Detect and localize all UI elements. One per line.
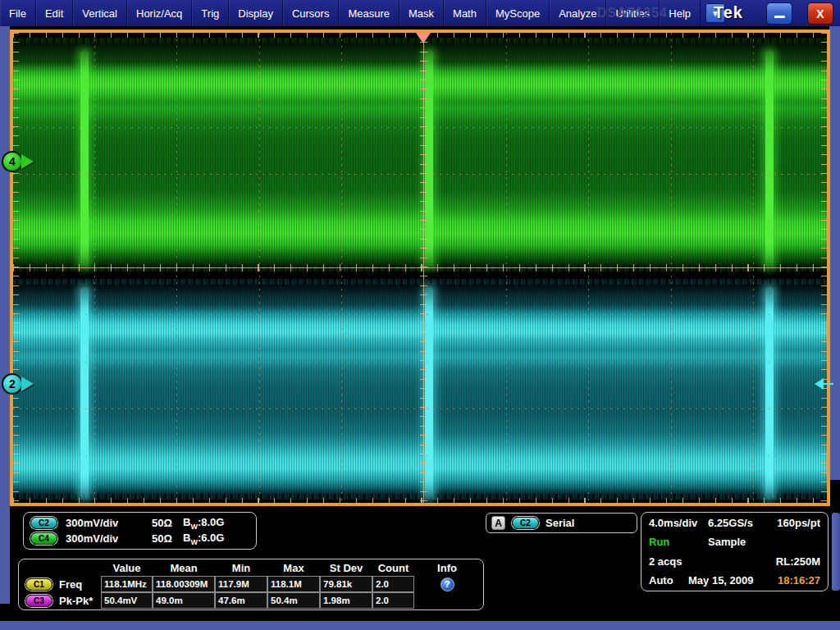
left-margin-strip	[0, 0, 10, 604]
menu-cursors[interactable]: Cursors	[283, 0, 340, 26]
channel4-arrow-icon	[21, 154, 34, 169]
ch4-readout-row[interactable]: C4 300mV/div 50Ω BW:6.0G	[30, 532, 249, 546]
bottom-margin-strip	[0, 621, 840, 630]
menu-file[interactable]: File	[0, 0, 36, 26]
header-max: Max	[267, 561, 320, 576]
pkpk-mean: 49.0m	[153, 592, 215, 609]
channel4-marker-label: 4	[2, 151, 23, 172]
header-stdev: St Dev	[320, 561, 372, 576]
header-value: Value	[101, 561, 153, 576]
bottom-edge-ticks	[13, 498, 827, 503]
ch4-impedance: 50Ω	[152, 532, 183, 545]
header-info: Info	[414, 561, 480, 576]
ch4-badge: C4	[30, 532, 57, 545]
help-icon[interactable]: ?	[441, 578, 454, 591]
menu-horiz-acq[interactable]: Horiz/Acq	[127, 0, 192, 26]
menu-vertical[interactable]: Vertical	[73, 0, 127, 26]
pkpk-min: 47.6m	[215, 592, 267, 609]
sample-rate-readout: 6.25GS/s	[708, 517, 753, 529]
time-readout: 18:16:27	[778, 574, 820, 587]
acq-mode-readout: Sample	[708, 536, 746, 548]
freq-max: 118.1M	[267, 576, 320, 592]
measurement-header-row: Value Mean Min Max St Dev Count Info	[22, 561, 480, 576]
c1-badge: C1	[25, 578, 52, 591]
close-button[interactable]: X	[807, 2, 833, 25]
ch2-badge: C2	[30, 517, 57, 529]
menu-myscope[interactable]: MyScope	[486, 0, 550, 26]
close-icon: X	[816, 7, 824, 21]
pkpk-info-empty	[414, 592, 480, 609]
acquisition-panel[interactable]: 4.0ms/div 6.25GS/s 160ps/pt Run Sample 2…	[641, 512, 829, 591]
channel4-reference-marker[interactable]: 4	[2, 151, 34, 172]
meas-name-freq: Freq	[59, 578, 82, 591]
freq-mean: 118.00309M	[153, 576, 215, 592]
trigger-readout-panel[interactable]: A C2 Serial	[486, 513, 637, 533]
resolution-readout: 160ps/pt	[777, 517, 820, 529]
record-length-readout: RL:250M	[776, 555, 820, 568]
tek-logo: Tek	[714, 3, 743, 22]
pkpk-count: 2.0	[372, 592, 414, 609]
right-edge-ticks	[821, 33, 827, 503]
header-spacer	[22, 561, 101, 576]
menu-math[interactable]: Math	[444, 0, 486, 26]
trigger-level-arrow-tail	[824, 383, 833, 385]
measurement-row-pkpk: C3 Pk-Pk* 50.4mV 49.0m 47.6m 50.4m 1.98m…	[22, 592, 480, 609]
ch4-transition-line-3	[765, 51, 774, 267]
trigger-level-arrow-icon	[815, 378, 824, 390]
pkpk-stdev: 1.98m	[320, 592, 372, 609]
ch2-bandwidth: BW:8.0G	[183, 516, 224, 531]
freq-value: 118.1MHz	[101, 576, 153, 592]
channel2-marker-label: 2	[2, 373, 23, 395]
pkpk-max: 50.4m	[267, 592, 320, 609]
ch2-readout-row[interactable]: C2 300mV/div 50Ω BW:8.0G	[30, 516, 249, 531]
oscilloscope-screen: { "window": { "model": "DSA71254", "bran…	[0, 0, 840, 630]
menu-display[interactable]: Display	[229, 0, 283, 26]
channel2-reference-marker[interactable]: 2	[2, 373, 34, 395]
acq-panel-scrollbar[interactable]	[832, 513, 840, 591]
measurement-row-freq: C1 Freq 118.1MHz 118.00309M 117.9M 118.1…	[22, 576, 480, 592]
ch2-transition-line-1	[80, 287, 89, 499]
ch4-transition-line-1	[80, 51, 89, 267]
left-edge-ticks	[13, 33, 19, 503]
run-status: Run	[649, 536, 708, 548]
center-horizontal-axis-ticks	[13, 264, 827, 272]
waveform-plot[interactable]	[13, 33, 827, 503]
ch2-scale: 300mV/div	[66, 517, 152, 529]
freq-min: 117.9M	[215, 576, 267, 592]
pkpk-value: 50.4mV	[101, 592, 153, 609]
date-readout: May 15, 2009	[688, 574, 754, 587]
trigger-mode-badge: A	[491, 516, 505, 530]
ch2-impedance: 50Ω	[152, 517, 183, 529]
header-mean: Mean	[153, 561, 215, 576]
acq-count-readout: 2 acqs	[649, 555, 682, 568]
trigger-type-label: Serial	[546, 517, 574, 529]
menu-mask[interactable]: Mask	[399, 0, 444, 26]
ch4-bandwidth: BW:6.0G	[183, 532, 224, 546]
freq-count: 2.0	[372, 576, 414, 592]
timebase-readout: 4.0ms/div	[649, 517, 708, 529]
c3-badge: C3	[25, 595, 52, 607]
ch2-transition-line-3	[765, 287, 774, 499]
right-margin-strip	[829, 0, 840, 480]
header-count: Count	[372, 561, 414, 576]
trigger-level-marker[interactable]	[815, 378, 833, 390]
menu-edit[interactable]: Edit	[36, 0, 73, 26]
minimize-icon	[774, 16, 785, 18]
header-min: Min	[215, 561, 267, 576]
model-name-label: DSA71254	[597, 6, 668, 21]
trigger-source-badge: C2	[512, 517, 539, 529]
trigger-position-marker[interactable]	[416, 33, 431, 43]
trig-mode-readout: Auto	[649, 574, 688, 587]
menu-trig[interactable]: Trig	[192, 0, 229, 26]
menu-measure[interactable]: Measure	[339, 0, 399, 26]
ch4-scale: 300mV/div	[66, 532, 152, 545]
channel2-arrow-icon	[21, 377, 34, 391]
measurement-table: Value Mean Min Max St Dev Count Info C1 …	[18, 559, 484, 610]
meas-name-pkpk: Pk-Pk*	[59, 595, 93, 607]
vertical-readout-panel: C2 300mV/div 50Ω BW:8.0G C4 300mV/div 50…	[23, 512, 257, 550]
waveform-frame	[10, 30, 830, 506]
menu-bar: File Edit Vertical Horiz/Acq Trig Displa…	[0, 0, 840, 26]
freq-stdev: 79.81k	[320, 576, 372, 592]
minimize-button[interactable]	[766, 2, 792, 25]
